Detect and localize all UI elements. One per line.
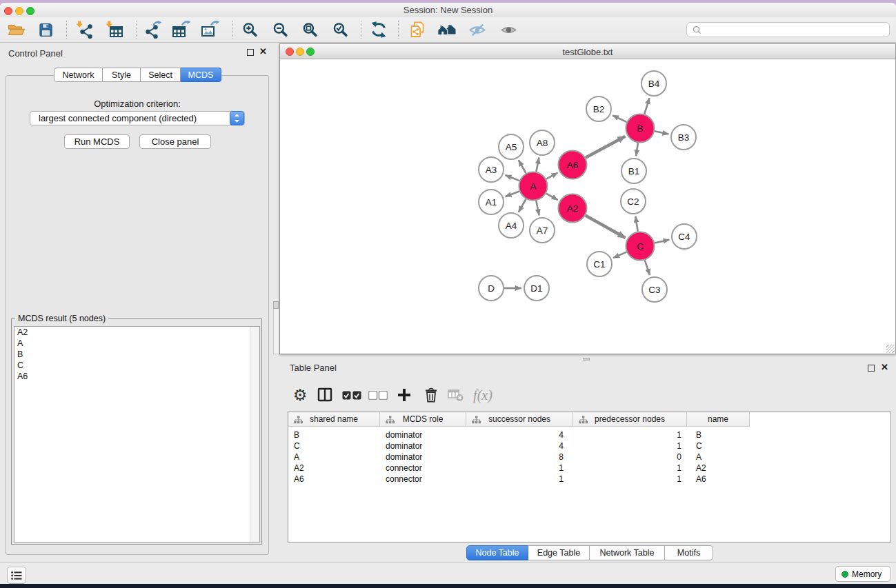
graph-edge-A6-B[interactable] <box>586 136 626 158</box>
export-network-icon[interactable] <box>143 20 162 39</box>
column-header-name[interactable]: name <box>687 412 750 427</box>
graph-node-A[interactable]: A <box>519 172 548 201</box>
add-row-icon[interactable] <box>394 385 415 405</box>
column-header-MCDS-role[interactable]: MCDS role <box>380 412 466 427</box>
graph-node-C3[interactable]: C3 <box>642 277 667 302</box>
zoom-out-icon[interactable] <box>270 20 290 39</box>
table-row-A6[interactable]: A6connector11A6 <box>288 474 890 485</box>
table-row-A[interactable]: Adominator80A <box>288 452 890 463</box>
criterion-dropdown[interactable]: largest connected component (directed) <box>30 111 245 125</box>
zoom-in-icon[interactable] <box>240 20 259 39</box>
graph-edge-C-C3[interactable] <box>645 260 650 275</box>
graph-edge-A-A4[interactable] <box>519 199 526 212</box>
import-network-icon[interactable] <box>75 20 94 39</box>
zoom-selected-icon[interactable] <box>330 20 350 39</box>
show-graphics-icon[interactable] <box>499 20 518 39</box>
graph-edge-A2-C[interactable] <box>586 216 626 238</box>
show-column-icon[interactable] <box>315 385 335 405</box>
column-header-predecessor-nodes[interactable]: predecessor nodes <box>573 412 687 427</box>
table-row-B[interactable]: Bdominator41B <box>288 429 890 440</box>
mcds-result-item[interactable]: C <box>14 360 259 371</box>
tab-style[interactable]: Style <box>103 68 141 82</box>
close-panel-icon[interactable]: ✕ <box>259 46 267 57</box>
graph-edge-C-C2[interactable] <box>635 216 637 232</box>
tab-network-table[interactable]: Network Table <box>590 545 665 560</box>
graph-edge-A-A3[interactable] <box>505 175 519 181</box>
graph-edge-A-A6[interactable] <box>546 173 558 179</box>
column-header-shared-name[interactable]: shared name <box>288 412 380 427</box>
clone-network-icon[interactable] <box>408 20 427 39</box>
run-mcds-button[interactable]: Run MCDS <box>64 134 130 149</box>
export-image-icon[interactable] <box>200 20 219 39</box>
graph-edge-B-B2[interactable] <box>613 115 627 122</box>
zoom-fit-icon[interactable] <box>300 20 319 39</box>
graph-node-C[interactable]: C <box>626 232 655 261</box>
graph-edge-B-B3[interactable] <box>655 131 668 134</box>
function-builder-icon[interactable]: f(x) <box>468 385 498 405</box>
graph-node-C4[interactable]: C4 <box>672 224 697 249</box>
graph-node-A6[interactable]: A6 <box>559 151 587 179</box>
float-panel-icon[interactable] <box>247 49 254 56</box>
graph-edge-A-A7[interactable] <box>536 201 539 215</box>
graph-edge-C-C4[interactable] <box>655 240 670 243</box>
table-row-A2[interactable]: A2connector11A2 <box>288 463 890 474</box>
graph-node-C2[interactable]: C2 <box>621 189 646 214</box>
graph-node-A4[interactable]: A4 <box>499 213 524 238</box>
graph-edge-A-A5[interactable] <box>519 160 526 173</box>
graph-edge-A-A8[interactable] <box>536 158 539 172</box>
window-resize-grip[interactable] <box>886 345 895 353</box>
scrollbar-thumb[interactable] <box>273 301 279 309</box>
graph-edge-A-A2[interactable] <box>546 194 558 200</box>
graph-edge-A-A1[interactable] <box>506 192 519 197</box>
mcds-result-item[interactable]: A <box>14 338 259 349</box>
control-panel-scrollbar[interactable] <box>273 301 279 354</box>
mcds-result-list[interactable]: A2ABCA6 <box>14 326 260 543</box>
titlebar[interactable]: Session: New Session <box>0 3 896 17</box>
graph-edge-C-C1[interactable] <box>613 252 626 258</box>
save-session-icon[interactable] <box>36 20 55 39</box>
delete-table-icon[interactable] <box>446 385 466 405</box>
graph-node-B1[interactable]: B1 <box>621 159 646 183</box>
tab-network[interactable]: Network <box>54 68 103 82</box>
graph-node-C1[interactable]: C1 <box>587 252 612 276</box>
network-window-titlebar[interactable]: testGlobe.txt <box>280 44 895 59</box>
graph-edge-B-B4[interactable] <box>644 98 649 114</box>
network-canvas[interactable]: B4B2BB3A5A8A6B1A3AC2A1A2A4A7C4CC1C3DD1 <box>280 60 895 354</box>
graph-node-B4[interactable]: B4 <box>641 71 666 96</box>
hide-graphics-icon[interactable] <box>468 20 487 39</box>
apply-layout-icon[interactable] <box>369 20 388 39</box>
graph-node-B3[interactable]: B3 <box>671 125 696 150</box>
graph-node-A1[interactable]: A1 <box>479 190 504 214</box>
graph-edge-B-B1[interactable] <box>636 143 638 156</box>
table-row-C[interactable]: Cdominator41C <box>288 440 890 452</box>
graph-node-D[interactable]: D <box>479 276 504 301</box>
deselect-all-icon[interactable] <box>368 385 388 405</box>
close-panel-button[interactable]: Close panel <box>139 134 211 149</box>
mcds-result-item[interactable]: B <box>14 349 259 360</box>
graph-node-B[interactable]: B <box>626 114 655 143</box>
column-header-successor-nodes[interactable]: successor nodes <box>466 412 573 427</box>
graph-node-A7[interactable]: A7 <box>530 218 555 243</box>
memory-button[interactable]: Memory <box>835 566 890 582</box>
graph-node-A5[interactable]: A5 <box>499 134 524 159</box>
graph-node-A3[interactable]: A3 <box>479 157 504 182</box>
table-options-icon[interactable]: ⚙ <box>290 385 310 405</box>
tab-select[interactable]: Select <box>141 68 181 82</box>
close-table-panel-icon[interactable]: ✕ <box>881 362 888 372</box>
mcds-result-item[interactable]: A6 <box>14 371 259 382</box>
mcds-result-item[interactable]: A2 <box>14 327 259 338</box>
export-table-icon[interactable] <box>171 20 190 39</box>
first-neighbors-icon[interactable] <box>437 20 457 39</box>
float-table-panel-icon[interactable] <box>868 365 875 372</box>
tab-mcds[interactable]: MCDS <box>181 68 221 82</box>
open-session-icon[interactable] <box>7 20 26 39</box>
delete-row-icon[interactable] <box>421 385 441 405</box>
graph-node-D1[interactable]: D1 <box>524 276 549 301</box>
mcds-list-scrollbar[interactable] <box>250 327 259 542</box>
select-all-icon[interactable] <box>341 385 362 405</box>
tab-edge-table[interactable]: Edge Table <box>528 545 590 560</box>
graph-node-A2[interactable]: A2 <box>559 194 587 223</box>
show-panels-button[interactable] <box>7 567 26 584</box>
import-table-icon[interactable] <box>105 20 124 39</box>
graph-node-B2[interactable]: B2 <box>586 97 611 121</box>
